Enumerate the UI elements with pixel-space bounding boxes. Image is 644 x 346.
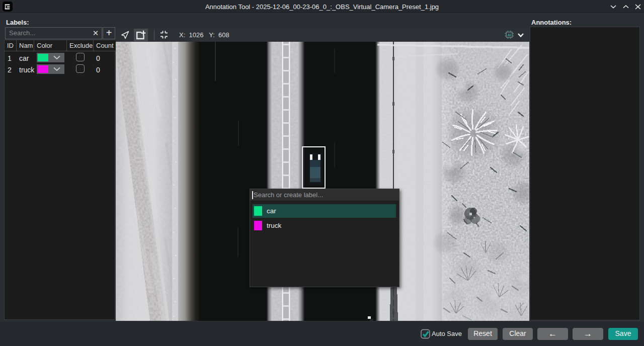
svg-text:AI: AI [508, 33, 511, 37]
